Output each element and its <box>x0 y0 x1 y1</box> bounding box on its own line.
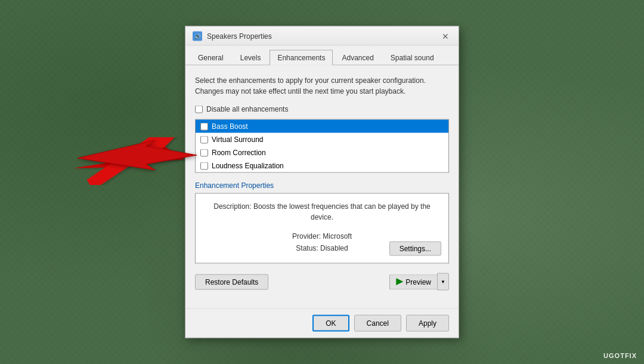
restore-defaults-button[interactable]: Restore Defaults <box>195 274 268 289</box>
provider-row: Provider: Microsoft <box>205 232 439 240</box>
bottom-action-row: Restore Defaults Preview ▼ <box>195 273 449 291</box>
description-value: Boosts the lowest frequencies that can b… <box>253 202 431 221</box>
settings-button[interactable]: Settings... <box>389 242 441 256</box>
speaker-icon: 🔊 <box>193 31 202 41</box>
room-correction-checkbox[interactable] <box>200 149 208 156</box>
properties-title: Enhancement Properties <box>195 181 449 190</box>
watermark: UGOTFIX <box>603 352 637 359</box>
dialog-window: 🔊 Speakers Properties ✕ General Levels E… <box>185 26 459 338</box>
preview-button[interactable]: Preview <box>389 274 437 289</box>
preview-label: Preview <box>405 277 431 286</box>
loudness-eq-checkbox[interactable] <box>200 162 208 169</box>
virtual-surround-label[interactable]: Virtual Surround <box>212 135 264 144</box>
ok-button[interactable]: OK <box>312 315 349 332</box>
prop-description: Description: Boosts the lowest frequenci… <box>205 201 439 223</box>
disable-all-checkbox[interactable] <box>195 105 203 113</box>
svg-marker-0 <box>73 137 184 185</box>
tab-enhancements[interactable]: Enhancements <box>270 50 333 66</box>
tab-levels[interactable]: Levels <box>233 50 269 66</box>
bass-boost-label[interactable]: Bass Boost <box>212 122 248 131</box>
close-button[interactable]: ✕ <box>439 30 451 42</box>
room-correction-label[interactable]: Room Correction <box>212 149 266 157</box>
enhancement-list: Bass Boost Virtual Surround Room Correct… <box>195 119 449 173</box>
title-bar: 🔊 Speakers Properties ✕ <box>185 27 459 46</box>
preview-dropdown-button[interactable]: ▼ <box>437 273 449 291</box>
list-item-bass-boost[interactable]: Bass Boost <box>196 120 448 133</box>
play-icon <box>396 278 403 285</box>
list-item-loudness-eq[interactable]: Loudness Equalization <box>196 159 448 172</box>
properties-box: Description: Boosts the lowest frequenci… <box>195 193 449 264</box>
disable-all-row: Disable all enhancements <box>195 105 449 113</box>
bass-boost-checkbox[interactable] <box>200 122 208 130</box>
title-bar-left: 🔊 Speakers Properties <box>193 31 272 41</box>
svg-marker-1 <box>81 137 182 185</box>
cancel-button[interactable]: Cancel <box>354 315 401 332</box>
annotation-arrow <box>72 128 203 188</box>
tab-advanced[interactable]: Advanced <box>334 50 381 66</box>
list-item-virtual-surround[interactable]: Virtual Surround <box>196 133 448 146</box>
dialog-footer: OK Cancel Apply <box>185 309 459 338</box>
red-arrow <box>72 137 191 185</box>
description-label: Description: <box>213 202 253 211</box>
tabs-container: General Levels Enhancements Advanced Spa… <box>185 46 459 66</box>
apply-button[interactable]: Apply <box>406 315 449 332</box>
dialog-title: Speakers Properties <box>207 32 272 40</box>
tab-spatial[interactable]: Spatial sound <box>383 50 442 66</box>
virtual-surround-checkbox[interactable] <box>200 135 208 143</box>
preview-group: Preview ▼ <box>389 273 449 291</box>
properties-section: Enhancement Properties Description: Boos… <box>195 181 449 264</box>
tab-general[interactable]: General <box>190 50 231 66</box>
list-item-room-correction[interactable]: Room Correction <box>196 146 448 159</box>
description-text: Select the enhancements to apply for you… <box>195 75 449 97</box>
content-area: Select the enhancements to apply for you… <box>185 66 459 309</box>
disable-all-label[interactable]: Disable all enhancements <box>206 105 288 113</box>
loudness-eq-label[interactable]: Loudness Equalization <box>212 162 284 170</box>
